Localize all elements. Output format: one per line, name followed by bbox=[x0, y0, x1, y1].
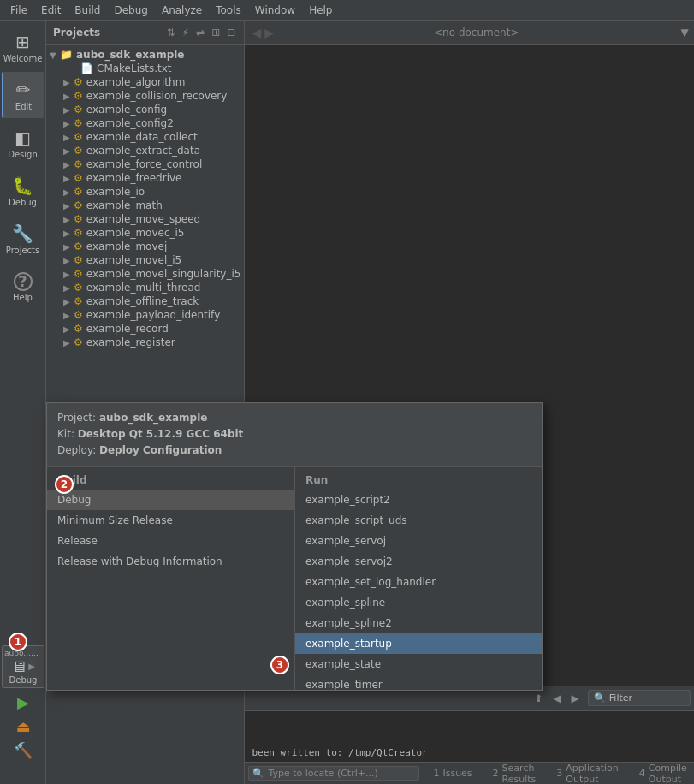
run-item-7[interactable]: example_startup bbox=[295, 633, 542, 654]
debug-target[interactable]: aubo...mple 🖥 ▶ Debug bbox=[2, 645, 44, 688]
build-item-debug[interactable]: Debug bbox=[47, 490, 294, 510]
projects-header: Projects ⇅ ⚡ ⇌ ⊞ ⊟ bbox=[46, 21, 244, 45]
popup-info: Project: aubo_sdk_example Kit: Desktop Q… bbox=[47, 403, 542, 467]
list-item[interactable]: ▶ ⚙ example_register bbox=[46, 336, 244, 349]
tab-issues[interactable]: 1 Issues bbox=[426, 766, 478, 781]
build-header: Build bbox=[47, 471, 294, 490]
list-item[interactable]: ▶ ⚙ example_payload_identify bbox=[46, 308, 244, 322]
run-play-button[interactable]: ▶ bbox=[2, 690, 44, 714]
sidebar-help[interactable]: ? Help bbox=[2, 264, 44, 310]
list-item[interactable]: ▶ ⚙ example_math bbox=[46, 199, 244, 212]
list-item[interactable]: ▶ ⚙ example_force_control bbox=[46, 157, 244, 171]
cmake-icon: 📄 bbox=[80, 62, 93, 74]
run-item-8[interactable]: example_state bbox=[295, 654, 542, 674]
menu-build[interactable]: Build bbox=[68, 3, 107, 18]
popup-kit-name: Desktop Qt 5.12.9 GCC 64bit bbox=[78, 428, 244, 440]
filter-input[interactable]: 🔍 Filter bbox=[588, 690, 691, 706]
projects-title: Projects bbox=[53, 27, 100, 39]
list-item[interactable]: ▶ ⚙ example_move_speed bbox=[46, 212, 244, 226]
left-bottom-controls: aubo...mple 🖥 ▶ Debug ▶ ⏏ 🔨 bbox=[0, 645, 46, 762]
menu-tools[interactable]: Tools bbox=[209, 3, 248, 18]
menu-analyze[interactable]: Analyze bbox=[155, 3, 209, 18]
run-item-0[interactable]: example_script2 bbox=[295, 490, 542, 510]
editor-header: ◀ ▶ <no document> ▼ bbox=[245, 21, 694, 45]
output-text: been written to: /tmp/QtCreator bbox=[252, 747, 427, 758]
list-item[interactable]: ▶ ⚙ example_movel_singularity_i5 bbox=[46, 267, 244, 281]
filter-icon[interactable]: ⚡ bbox=[181, 26, 191, 39]
collapse-icon[interactable]: ⊟ bbox=[225, 26, 237, 39]
popup-project-line: Project: aubo_sdk_example bbox=[57, 410, 531, 426]
list-item[interactable]: ▶ ⚙ example_data_collect bbox=[46, 130, 244, 144]
menu-debug[interactable]: Debug bbox=[107, 3, 154, 18]
root-name: aubo_sdk_example bbox=[76, 49, 185, 61]
tab-issues-num: 1 bbox=[433, 768, 439, 779]
sidebar-design[interactable]: ◧ Design bbox=[2, 120, 44, 166]
tab-compile[interactable]: 4 Compile Output bbox=[632, 761, 694, 785]
run-debug-button[interactable]: ⏏ bbox=[2, 714, 44, 738]
list-item[interactable]: ▶ ⚙ example_offline_track bbox=[46, 294, 244, 308]
nav-forward-arrow[interactable]: ▶ bbox=[264, 26, 274, 39]
projects-icon: 🔧 bbox=[12, 223, 33, 244]
sidebar-edit-label: Edit bbox=[15, 102, 32, 111]
next-icon[interactable]: ▶ bbox=[570, 692, 581, 705]
run-item-6[interactable]: example_spline2 bbox=[295, 613, 542, 633]
list-item[interactable]: ▶ ⚙ example_extract_data bbox=[46, 144, 244, 157]
list-item[interactable]: ▶ ⚙ example_collision_recovery bbox=[46, 89, 244, 103]
popup-project-name: aubo_sdk_example bbox=[99, 412, 208, 424]
editor-dropdown-icon[interactable]: ▼ bbox=[679, 26, 691, 39]
sidebar-design-label: Design bbox=[8, 150, 38, 159]
tab-compile-label: Compile Output bbox=[649, 763, 687, 785]
build-item-minsize[interactable]: Minimum Size Release bbox=[47, 510, 294, 531]
sidebar-welcome[interactable]: ⊞ Welcome bbox=[2, 24, 44, 70]
link-icon[interactable]: ⇌ bbox=[194, 26, 206, 39]
tree-cmake[interactable]: 📄 CMakeLists.txt bbox=[46, 62, 244, 75]
list-item[interactable]: ▶ ⚙ example_freedrive bbox=[46, 171, 244, 185]
tab-search-results[interactable]: 2 Search Results bbox=[486, 761, 543, 785]
menu-window[interactable]: Window bbox=[248, 3, 302, 18]
help-icon: ? bbox=[14, 272, 33, 291]
run-build-button[interactable]: 🔨 bbox=[2, 738, 44, 762]
list-item[interactable]: ▶ ⚙ example_io bbox=[46, 185, 244, 199]
editor-nav: ◀ ▶ bbox=[252, 26, 274, 39]
locate-search[interactable]: 🔍 Type to locate (Ctrl+...) bbox=[248, 766, 419, 781]
build-item-release[interactable]: Release bbox=[47, 531, 294, 551]
tree-root[interactable]: ▼ 📁 aubo_sdk_example bbox=[46, 48, 244, 62]
list-item[interactable]: ▶ ⚙ example_config2 bbox=[46, 116, 244, 130]
menu-file[interactable]: File bbox=[3, 3, 34, 18]
list-item[interactable]: ▶ ⚙ example_movej bbox=[46, 240, 244, 253]
step-badge-2: 2 bbox=[55, 475, 74, 494]
run-item-4[interactable]: example_set_log_handler bbox=[295, 572, 542, 592]
target-name-label: aubo...mple bbox=[4, 649, 42, 657]
run-item-5[interactable]: example_spline bbox=[295, 592, 542, 613]
projects-header-icons: ⇅ ⚡ ⇌ ⊞ ⊟ bbox=[165, 26, 238, 39]
expand-icon[interactable]: ⊞ bbox=[210, 26, 222, 39]
prev-icon[interactable]: ◀ bbox=[551, 692, 562, 705]
bottom-left: 🔍 Type to locate (Ctrl+...) bbox=[248, 766, 419, 781]
run-item-2[interactable]: example_servoj bbox=[295, 531, 542, 551]
sidebar-edit[interactable]: ✏ Edit bbox=[2, 72, 44, 118]
list-item[interactable]: ▶ ⚙ example_movel_i5 bbox=[46, 253, 244, 267]
edit-icon: ✏ bbox=[16, 80, 31, 100]
sidebar-debug[interactable]: 🐛 Debug bbox=[2, 168, 44, 214]
list-item[interactable]: ▶ ⚙ example_algorithm bbox=[46, 75, 244, 89]
output-icon[interactable]: ⬆ bbox=[532, 692, 544, 705]
menu-edit[interactable]: Edit bbox=[34, 3, 68, 18]
list-item[interactable]: ▶ ⚙ example_record bbox=[46, 322, 244, 336]
sync-icon[interactable]: ⇅ bbox=[165, 26, 177, 39]
nav-back-arrow[interactable]: ◀ bbox=[252, 26, 261, 39]
run-item-9[interactable]: example_timer bbox=[295, 674, 542, 690]
menu-help[interactable]: Help bbox=[302, 3, 339, 18]
tab-app-output[interactable]: 3 Application Output bbox=[549, 761, 625, 785]
popup-kit-line: Kit: Desktop Qt 5.12.9 GCC 64bit bbox=[57, 426, 531, 442]
list-item[interactable]: ▶ ⚙ example_multi_thread bbox=[46, 281, 244, 294]
run-item-1[interactable]: example_script_uds bbox=[295, 510, 542, 531]
list-item[interactable]: ▶ ⚙ example_movec_i5 bbox=[46, 226, 244, 240]
sidebar-projects-label: Projects bbox=[6, 246, 39, 255]
tab-compile-num: 4 bbox=[639, 768, 645, 779]
step-badge-1: 1 bbox=[9, 633, 27, 651]
sidebar-projects[interactable]: 🔧 Projects bbox=[2, 216, 44, 262]
list-item[interactable]: ▶ ⚙ example_config bbox=[46, 103, 244, 116]
build-item-relwithdeb[interactable]: Release with Debug Information bbox=[47, 551, 294, 572]
tab-issues-label: Issues bbox=[442, 768, 472, 779]
run-item-3[interactable]: example_servoj2 bbox=[295, 551, 542, 572]
